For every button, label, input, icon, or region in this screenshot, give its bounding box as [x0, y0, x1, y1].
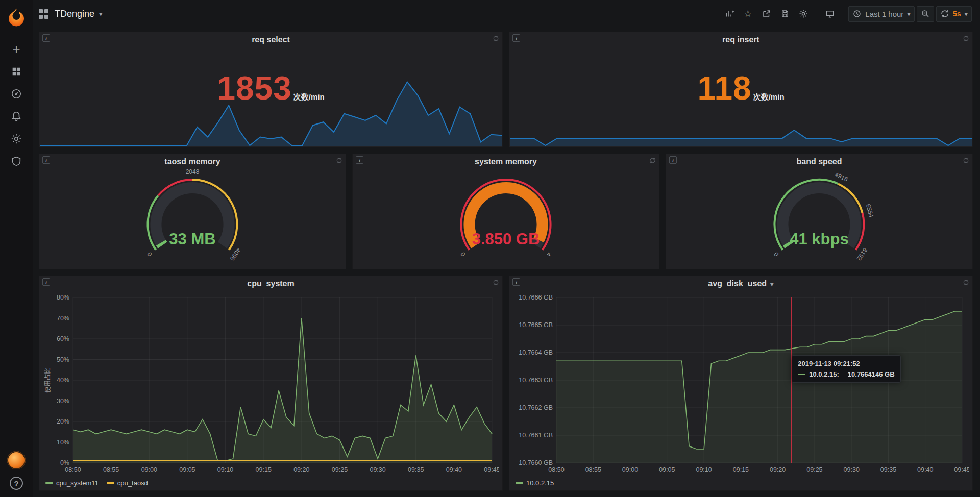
svg-text:10%: 10% — [57, 439, 69, 446]
svg-text:08:55: 08:55 — [585, 466, 601, 474]
info-glyph: i — [45, 157, 47, 163]
help-glyph: ? — [14, 479, 18, 488]
svg-text:08:50: 08:50 — [548, 466, 564, 474]
info-glyph: i — [516, 279, 517, 285]
panel-system-memory: i system memory 043.850 GB — [352, 154, 659, 269]
settings-gear-icon[interactable] — [795, 6, 812, 22]
svg-text:09:15: 09:15 — [256, 466, 272, 474]
svg-text:08:55: 08:55 — [103, 466, 119, 474]
svg-text:09:25: 09:25 — [332, 466, 348, 474]
svg-text:09:05: 09:05 — [179, 466, 195, 474]
panel-title-text: req select — [252, 35, 290, 44]
legend-item[interactable]: cpu_taosd — [107, 479, 148, 487]
star-icon[interactable]: ☆ — [740, 6, 756, 22]
panel-title-avg-disk-used[interactable]: avg_disk_used ▾ — [509, 276, 972, 291]
help-icon[interactable]: ? — [10, 477, 23, 490]
configuration-gear-icon[interactable] — [5, 128, 28, 150]
svg-text:09:10: 09:10 — [217, 466, 233, 474]
svg-text:10.7660 GB: 10.7660 GB — [519, 459, 553, 466]
zoom-out-icon[interactable] — [917, 6, 934, 22]
svg-text:30%: 30% — [57, 397, 69, 405]
grafana-logo[interactable] — [6, 7, 27, 28]
app-root: + ? TDengine ▾ — [0, 0, 980, 497]
time-range-picker[interactable]: Last 1 hour ▾ — [848, 6, 915, 22]
refresh-caret-icon: ▾ — [964, 10, 968, 18]
tv-mode-icon[interactable] — [822, 6, 838, 22]
svg-text:10.7666 GB: 10.7666 GB — [519, 294, 553, 301]
dashboard-title[interactable]: TDengine ▾ — [55, 9, 103, 19]
user-avatar[interactable] — [7, 451, 26, 469]
svg-text:09:05: 09:05 — [659, 466, 675, 474]
svg-text:09:40: 09:40 — [917, 466, 933, 474]
svg-text:09:00: 09:00 — [622, 466, 638, 474]
panel-title-req-select[interactable]: req select — [39, 32, 502, 47]
tooltip-series-value: 10.7664146 GB — [848, 370, 895, 378]
refresh-button[interactable]: 5s ▾ — [936, 6, 972, 22]
info-glyph: i — [672, 157, 674, 163]
panel-info-icon[interactable]: i — [356, 156, 363, 164]
add-panel-icon[interactable] — [722, 6, 738, 22]
svg-text:09:30: 09:30 — [370, 466, 385, 474]
panel-title-taosd-memory[interactable]: taosd memory — [39, 154, 346, 169]
panel-title-text: band speed — [797, 157, 842, 166]
panel-info-icon[interactable]: i — [512, 34, 520, 42]
svg-text:20%: 20% — [57, 418, 69, 425]
dashboard-header: TDengine ▾ ☆ — [33, 0, 980, 28]
panel-menu-caret-icon[interactable]: ▾ — [770, 280, 774, 288]
panel-info-icon[interactable]: i — [42, 278, 50, 286]
panel-title-text: avg_disk_used — [708, 279, 767, 288]
alerting-bell-icon[interactable] — [5, 105, 28, 128]
panel-loading-icon — [963, 279, 969, 288]
legend-series-name: cpu_system11 — [56, 479, 99, 487]
panel-title-text: taosd memory — [164, 157, 220, 166]
req-insert-unit: 次数/min — [753, 92, 785, 101]
save-icon[interactable] — [777, 6, 793, 22]
svg-text:40%: 40% — [57, 377, 69, 384]
svg-text:70%: 70% — [57, 315, 69, 322]
svg-text:09:25: 09:25 — [806, 466, 822, 474]
svg-text:09:40: 09:40 — [446, 466, 462, 474]
panel-title-band-speed[interactable]: band speed — [666, 154, 972, 169]
legend-series-swatch — [107, 482, 114, 484]
panel-avg-disk-used: i avg_disk_used ▾ 10.7660 GB10.7661 GB10… — [509, 276, 973, 491]
create-plus-icon[interactable]: + — [5, 38, 28, 60]
share-icon[interactable] — [758, 6, 775, 22]
main-area: TDengine ▾ ☆ — [33, 0, 980, 497]
refresh-icon — [940, 9, 949, 18]
svg-text:0%: 0% — [60, 459, 69, 466]
panel-title-cpu-system[interactable]: cpu_system — [39, 276, 502, 291]
server-admin-shield-icon[interactable] — [5, 150, 28, 172]
avg-disk-used-chart[interactable]: 10.7660 GB10.7661 GB10.7662 GB10.7663 GB… — [511, 292, 969, 475]
info-glyph: i — [359, 157, 360, 163]
band-speed-gauge: 049166554819241 kbps — [666, 169, 972, 269]
svg-text:09:35: 09:35 — [408, 466, 424, 474]
panel-title-text: system memory — [475, 157, 537, 166]
cpu-system-chart[interactable]: 0%10%20%30%40%50%60%70%80%08:5008:5509:0… — [41, 292, 499, 475]
req-insert-value: 118 — [697, 70, 751, 107]
legend-item[interactable]: cpu_system11 — [45, 479, 99, 487]
panel-info-icon[interactable]: i — [42, 156, 50, 164]
dashboards-icon[interactable] — [5, 60, 28, 83]
panel-info-icon[interactable]: i — [669, 156, 677, 164]
req-select-value: 1853 — [217, 70, 291, 107]
svg-text:09:45: 09:45 — [484, 466, 499, 474]
svg-text:4916: 4916 — [834, 171, 849, 183]
explore-compass-icon[interactable] — [5, 83, 28, 105]
tooltip-series-name: 10.0.2.15: — [809, 370, 839, 378]
svg-text:0: 0 — [772, 251, 780, 258]
legend-item[interactable]: 10.0.2.15 — [516, 479, 554, 487]
svg-text:09:10: 09:10 — [696, 466, 712, 474]
panel-info-icon[interactable]: i — [42, 34, 50, 42]
svg-text:10.7664 GB: 10.7664 GB — [519, 349, 553, 356]
time-range-label: Last 1 hour — [865, 10, 903, 18]
panel-loading-icon — [963, 35, 969, 44]
panel-title-req-insert[interactable]: req insert — [509, 32, 972, 47]
panel-info-icon[interactable]: i — [512, 278, 520, 286]
info-glyph: i — [45, 279, 47, 285]
svg-text:10.7661 GB: 10.7661 GB — [519, 432, 553, 439]
panel-title-system-memory[interactable]: system memory — [353, 154, 659, 169]
svg-text:09:20: 09:20 — [770, 466, 786, 474]
dashboard-grid-icon[interactable] — [39, 9, 48, 19]
svg-text:60%: 60% — [57, 335, 69, 342]
panel-loading-icon — [963, 157, 969, 166]
